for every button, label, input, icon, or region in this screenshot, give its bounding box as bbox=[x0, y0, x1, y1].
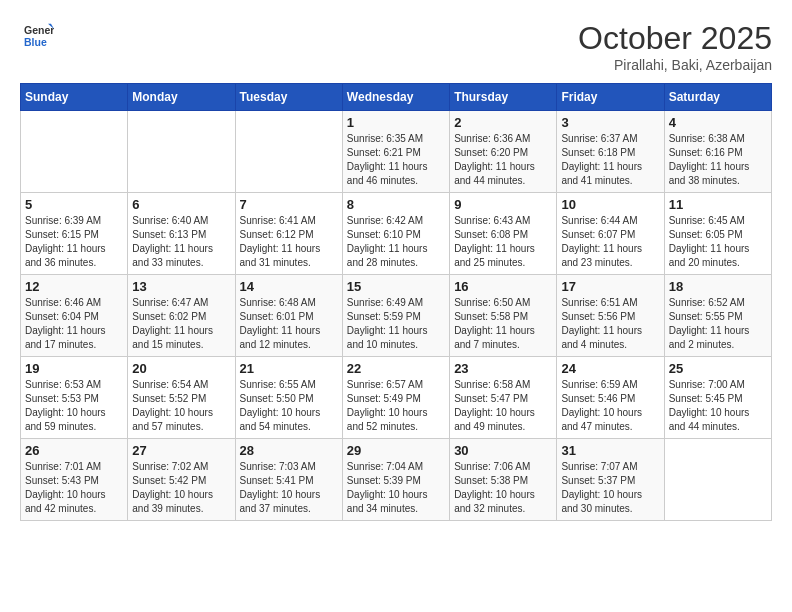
calendar-day-cell: 23Sunrise: 6:58 AM Sunset: 5:47 PM Dayli… bbox=[450, 357, 557, 439]
calendar-day-cell: 26Sunrise: 7:01 AM Sunset: 5:43 PM Dayli… bbox=[21, 439, 128, 521]
calendar-day-cell bbox=[664, 439, 771, 521]
calendar-day-cell: 20Sunrise: 6:54 AM Sunset: 5:52 PM Dayli… bbox=[128, 357, 235, 439]
calendar-day-cell: 24Sunrise: 6:59 AM Sunset: 5:46 PM Dayli… bbox=[557, 357, 664, 439]
day-info: Sunrise: 6:37 AM Sunset: 6:18 PM Dayligh… bbox=[561, 132, 659, 188]
calendar-day-cell: 7Sunrise: 6:41 AM Sunset: 6:12 PM Daylig… bbox=[235, 193, 342, 275]
calendar-day-cell: 25Sunrise: 7:00 AM Sunset: 5:45 PM Dayli… bbox=[664, 357, 771, 439]
day-number: 22 bbox=[347, 361, 445, 376]
day-number: 29 bbox=[347, 443, 445, 458]
day-number: 7 bbox=[240, 197, 338, 212]
day-info: Sunrise: 6:41 AM Sunset: 6:12 PM Dayligh… bbox=[240, 214, 338, 270]
day-info: Sunrise: 6:35 AM Sunset: 6:21 PM Dayligh… bbox=[347, 132, 445, 188]
day-number: 30 bbox=[454, 443, 552, 458]
calendar-day-cell bbox=[235, 111, 342, 193]
day-info: Sunrise: 7:06 AM Sunset: 5:38 PM Dayligh… bbox=[454, 460, 552, 516]
calendar-week-row: 12Sunrise: 6:46 AM Sunset: 6:04 PM Dayli… bbox=[21, 275, 772, 357]
day-number: 19 bbox=[25, 361, 123, 376]
title-block: October 2025 Pirallahi, Baki, Azerbaijan bbox=[578, 20, 772, 73]
day-info: Sunrise: 6:46 AM Sunset: 6:04 PM Dayligh… bbox=[25, 296, 123, 352]
day-number: 21 bbox=[240, 361, 338, 376]
calendar-day-cell: 15Sunrise: 6:49 AM Sunset: 5:59 PM Dayli… bbox=[342, 275, 449, 357]
day-header: Friday bbox=[557, 84, 664, 111]
day-info: Sunrise: 6:36 AM Sunset: 6:20 PM Dayligh… bbox=[454, 132, 552, 188]
day-info: Sunrise: 6:38 AM Sunset: 6:16 PM Dayligh… bbox=[669, 132, 767, 188]
calendar-day-cell: 9Sunrise: 6:43 AM Sunset: 6:08 PM Daylig… bbox=[450, 193, 557, 275]
calendar-day-cell: 21Sunrise: 6:55 AM Sunset: 5:50 PM Dayli… bbox=[235, 357, 342, 439]
day-number: 27 bbox=[132, 443, 230, 458]
calendar-day-cell: 1Sunrise: 6:35 AM Sunset: 6:21 PM Daylig… bbox=[342, 111, 449, 193]
calendar-week-row: 26Sunrise: 7:01 AM Sunset: 5:43 PM Dayli… bbox=[21, 439, 772, 521]
day-number: 12 bbox=[25, 279, 123, 294]
calendar-day-cell: 2Sunrise: 6:36 AM Sunset: 6:20 PM Daylig… bbox=[450, 111, 557, 193]
calendar-day-cell: 28Sunrise: 7:03 AM Sunset: 5:41 PM Dayli… bbox=[235, 439, 342, 521]
day-info: Sunrise: 6:47 AM Sunset: 6:02 PM Dayligh… bbox=[132, 296, 230, 352]
day-info: Sunrise: 6:57 AM Sunset: 5:49 PM Dayligh… bbox=[347, 378, 445, 434]
calendar-day-cell: 31Sunrise: 7:07 AM Sunset: 5:37 PM Dayli… bbox=[557, 439, 664, 521]
day-number: 24 bbox=[561, 361, 659, 376]
day-number: 8 bbox=[347, 197, 445, 212]
day-number: 11 bbox=[669, 197, 767, 212]
calendar-day-cell: 14Sunrise: 6:48 AM Sunset: 6:01 PM Dayli… bbox=[235, 275, 342, 357]
calendar-table: SundayMondayTuesdayWednesdayThursdayFrid… bbox=[20, 83, 772, 521]
day-number: 6 bbox=[132, 197, 230, 212]
day-header: Monday bbox=[128, 84, 235, 111]
day-info: Sunrise: 6:44 AM Sunset: 6:07 PM Dayligh… bbox=[561, 214, 659, 270]
day-number: 13 bbox=[132, 279, 230, 294]
day-header: Saturday bbox=[664, 84, 771, 111]
day-number: 1 bbox=[347, 115, 445, 130]
calendar-day-cell: 10Sunrise: 6:44 AM Sunset: 6:07 PM Dayli… bbox=[557, 193, 664, 275]
day-header: Sunday bbox=[21, 84, 128, 111]
calendar-week-row: 5Sunrise: 6:39 AM Sunset: 6:15 PM Daylig… bbox=[21, 193, 772, 275]
calendar-day-cell: 3Sunrise: 6:37 AM Sunset: 6:18 PM Daylig… bbox=[557, 111, 664, 193]
calendar-day-cell: 5Sunrise: 6:39 AM Sunset: 6:15 PM Daylig… bbox=[21, 193, 128, 275]
day-info: Sunrise: 6:54 AM Sunset: 5:52 PM Dayligh… bbox=[132, 378, 230, 434]
calendar-day-cell: 11Sunrise: 6:45 AM Sunset: 6:05 PM Dayli… bbox=[664, 193, 771, 275]
logo: General Blue bbox=[20, 20, 54, 54]
calendar-day-cell: 6Sunrise: 6:40 AM Sunset: 6:13 PM Daylig… bbox=[128, 193, 235, 275]
svg-text:Blue: Blue bbox=[24, 36, 47, 48]
day-number: 28 bbox=[240, 443, 338, 458]
day-info: Sunrise: 6:45 AM Sunset: 6:05 PM Dayligh… bbox=[669, 214, 767, 270]
day-info: Sunrise: 6:43 AM Sunset: 6:08 PM Dayligh… bbox=[454, 214, 552, 270]
logo-icon: General Blue bbox=[24, 20, 54, 50]
day-number: 3 bbox=[561, 115, 659, 130]
calendar-week-row: 19Sunrise: 6:53 AM Sunset: 5:53 PM Dayli… bbox=[21, 357, 772, 439]
calendar-day-cell: 12Sunrise: 6:46 AM Sunset: 6:04 PM Dayli… bbox=[21, 275, 128, 357]
day-number: 9 bbox=[454, 197, 552, 212]
day-header: Tuesday bbox=[235, 84, 342, 111]
day-number: 10 bbox=[561, 197, 659, 212]
calendar-day-cell: 8Sunrise: 6:42 AM Sunset: 6:10 PM Daylig… bbox=[342, 193, 449, 275]
calendar-day-cell: 30Sunrise: 7:06 AM Sunset: 5:38 PM Dayli… bbox=[450, 439, 557, 521]
calendar-day-cell: 16Sunrise: 6:50 AM Sunset: 5:58 PM Dayli… bbox=[450, 275, 557, 357]
day-info: Sunrise: 7:01 AM Sunset: 5:43 PM Dayligh… bbox=[25, 460, 123, 516]
day-header: Thursday bbox=[450, 84, 557, 111]
calendar-day-cell: 22Sunrise: 6:57 AM Sunset: 5:49 PM Dayli… bbox=[342, 357, 449, 439]
day-number: 18 bbox=[669, 279, 767, 294]
day-info: Sunrise: 6:59 AM Sunset: 5:46 PM Dayligh… bbox=[561, 378, 659, 434]
calendar-day-cell: 13Sunrise: 6:47 AM Sunset: 6:02 PM Dayli… bbox=[128, 275, 235, 357]
day-info: Sunrise: 6:39 AM Sunset: 6:15 PM Dayligh… bbox=[25, 214, 123, 270]
calendar-day-cell: 17Sunrise: 6:51 AM Sunset: 5:56 PM Dayli… bbox=[557, 275, 664, 357]
day-number: 2 bbox=[454, 115, 552, 130]
month-title: October 2025 bbox=[578, 20, 772, 57]
day-number: 26 bbox=[25, 443, 123, 458]
day-info: Sunrise: 7:00 AM Sunset: 5:45 PM Dayligh… bbox=[669, 378, 767, 434]
day-info: Sunrise: 6:42 AM Sunset: 6:10 PM Dayligh… bbox=[347, 214, 445, 270]
day-info: Sunrise: 6:49 AM Sunset: 5:59 PM Dayligh… bbox=[347, 296, 445, 352]
calendar-body: 1Sunrise: 6:35 AM Sunset: 6:21 PM Daylig… bbox=[21, 111, 772, 521]
day-info: Sunrise: 6:52 AM Sunset: 5:55 PM Dayligh… bbox=[669, 296, 767, 352]
day-info: Sunrise: 6:48 AM Sunset: 6:01 PM Dayligh… bbox=[240, 296, 338, 352]
day-info: Sunrise: 6:50 AM Sunset: 5:58 PM Dayligh… bbox=[454, 296, 552, 352]
day-number: 20 bbox=[132, 361, 230, 376]
day-number: 23 bbox=[454, 361, 552, 376]
day-number: 25 bbox=[669, 361, 767, 376]
calendar-day-cell bbox=[21, 111, 128, 193]
day-header: Wednesday bbox=[342, 84, 449, 111]
day-info: Sunrise: 6:51 AM Sunset: 5:56 PM Dayligh… bbox=[561, 296, 659, 352]
calendar-day-cell: 18Sunrise: 6:52 AM Sunset: 5:55 PM Dayli… bbox=[664, 275, 771, 357]
day-number: 31 bbox=[561, 443, 659, 458]
calendar-day-cell: 19Sunrise: 6:53 AM Sunset: 5:53 PM Dayli… bbox=[21, 357, 128, 439]
day-info: Sunrise: 6:55 AM Sunset: 5:50 PM Dayligh… bbox=[240, 378, 338, 434]
day-number: 14 bbox=[240, 279, 338, 294]
day-number: 16 bbox=[454, 279, 552, 294]
